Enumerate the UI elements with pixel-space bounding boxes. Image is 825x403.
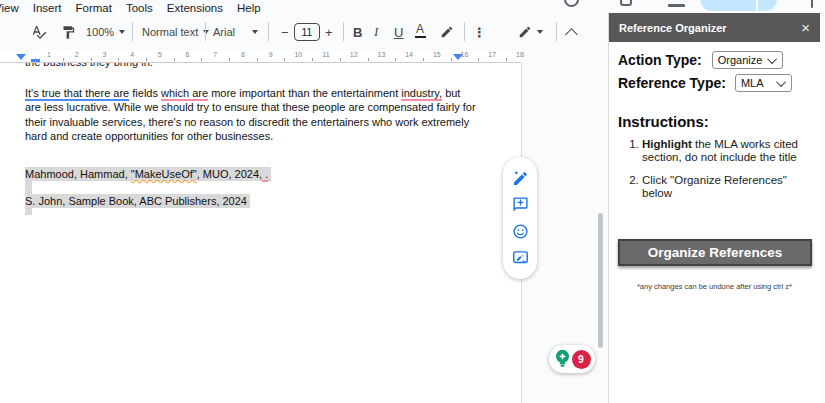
toolbar: 100% Normal text Arial − 11 + B I U A [0,16,608,48]
ruler-tick [423,58,424,61]
ruler-number: 16 [461,51,469,58]
more-options-button[interactable]: ⋮ [473,16,486,48]
ruler-number: 3 [102,51,106,58]
paint-format-button[interactable] [61,16,76,48]
suggest-edits-icon[interactable] [512,249,529,266]
grammarly-widget[interactable]: 9 [549,345,595,373]
decrease-font-size-button[interactable]: − [281,16,289,48]
share-button-divider-wrap [700,0,777,11]
ruler-tick [451,58,452,61]
instructions-list: Highlight the MLA works cited section, d… [609,138,820,210]
editing-mode-button[interactable] [518,16,543,48]
action-type-select[interactable]: Organize [712,51,784,69]
underline-button[interactable]: U [394,16,403,48]
toolbar-divider [205,22,206,41]
ruler-tick [478,58,479,61]
account-avatar-edge [811,0,813,8]
ruler-number: 2 [75,51,79,58]
ruler-tick [201,58,202,61]
ruler-number: 7 [213,51,217,58]
spellcheck-icon [31,24,47,40]
ruler-number: 13 [377,51,385,58]
reference-organizer-panel: Reference Organizer × Action Type: Organ… [608,13,820,403]
instruction-item: Click "Organize References" below [642,174,820,200]
text-segment: , MUO, 2024, [197,168,262,180]
ruler-number: 11 [322,51,329,58]
meet-icon[interactable] [668,4,685,7]
organize-references-button[interactable]: Organize References [618,239,812,266]
add-comment-icon[interactable] [512,196,529,213]
share-button-divider [756,0,758,11]
text-color-button[interactable]: A [414,16,432,48]
chevron-up-icon [565,28,578,41]
zoom-value: 100% [86,26,114,38]
menu-item-help[interactable]: Help [234,2,264,14]
ruler-tick [368,58,369,61]
ruler-number: 17 [488,51,496,58]
document-scrollbar[interactable] [598,213,603,348]
font-select[interactable]: Arial [213,16,258,48]
ruler-number: 10 [294,51,302,58]
ruler-number: 1 [47,51,51,58]
ruler-number: 4 [130,51,134,58]
comment-history-icon[interactable] [620,0,632,6]
ruler-tick [506,58,507,61]
italic-button[interactable]: I [374,16,378,48]
ruler-tick [174,58,175,61]
help-me-write-icon[interactable] [512,170,529,187]
increase-font-size-button[interactable]: + [325,16,333,48]
document-page[interactable]: the business they bring in. It's true th… [0,63,522,403]
menu-item-tools[interactable]: Tools [123,2,156,14]
grammarly-bulb-icon [554,349,571,369]
chevron-down-icon [776,77,786,87]
google-docs-window: ViewInsertFormatToolsExtensionsHelp 100%… [0,0,825,403]
paragraph-style-select[interactable]: Normal text [142,16,209,48]
paragraph-line: their invaluable services, there's no re… [25,115,476,129]
font-value: Arial [213,26,235,38]
emoji-reaction-icon[interactable] [512,223,529,240]
ruler-number: 6 [186,51,190,58]
chevron-down-icon [119,30,125,34]
text-segment: which are [161,87,208,99]
version-history-icon[interactable] [564,0,579,7]
paragraph-style-value: Normal text [142,26,198,38]
spellcheck-button[interactable] [31,16,47,48]
menu-item-format[interactable]: Format [72,2,114,14]
panel-header: Reference Organizer × [609,13,820,42]
action-type-value: Organize [718,54,763,66]
ruler-tick [118,58,119,61]
menu-item-view[interactable]: View [0,2,22,14]
zoom-select[interactable]: 100% [86,16,125,48]
ruler-number: 8 [241,51,245,58]
reference-type-select[interactable]: MLA [735,74,792,92]
menu-item-insert[interactable]: Insert [30,2,65,14]
text-segment: S. John, Sample Book, ABC Publishers, 20… [25,195,247,207]
highlight-color-button[interactable] [440,16,454,48]
toolbar-divider [343,22,344,41]
toolbar-divider [132,22,133,41]
close-icon[interactable]: × [801,20,810,35]
citation-1-text: Mahmood, Hammad, "MakeUseOf", MUO, 2024,… [25,167,271,181]
ruler-tick [35,58,36,61]
menu-item-extensions[interactable]: Extensions [164,2,226,14]
text-segment: Click "Organize References" below [642,174,787,199]
panel-title: Reference Organizer [619,22,727,34]
hide-menus-button[interactable] [567,16,576,48]
font-size-value: 11 [294,23,320,41]
text-segment: It's true that there are [25,87,129,99]
text-segment: Highlight [642,138,692,150]
ruler-tick [257,58,258,61]
text-segment: Mahmood, Hammad, [25,168,131,180]
chevron-down-icon [252,30,258,34]
ruler-number: 15 [433,51,441,58]
reference-type-row: Reference Type: MLA [618,74,792,92]
bold-button[interactable]: B [353,16,362,48]
reference-type-value: MLA [741,77,771,89]
text-segment: their invaluable services, there's no re… [25,116,469,128]
paint-roller-icon [61,25,76,40]
action-type-row: Action Type: Organize [618,51,783,69]
ruler-tick [63,58,64,61]
left-indent-marker[interactable] [16,54,26,60]
panel-body: Action Type: Organize Reference Type: ML… [609,42,820,403]
font-size-input[interactable]: 11 [294,16,320,48]
